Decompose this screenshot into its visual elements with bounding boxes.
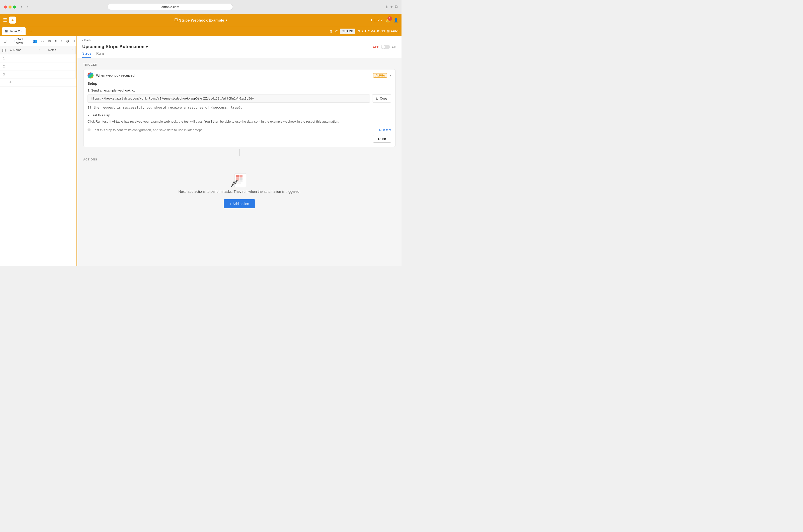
webhook-url-field[interactable]: https://hooks.airtable.com/workflows/v1/… (88, 95, 370, 102)
column-header-notes[interactable]: ≡ Notes ⋮ (43, 46, 76, 54)
trigger-name: When webhook received (96, 74, 371, 77)
tab-runs[interactable]: Runs (96, 51, 105, 58)
column-header-attachments[interactable]: 📎 Attachments ⋮ (76, 46, 76, 54)
table-row: 1 (0, 54, 76, 62)
sidebar-icon: ◫ (3, 39, 6, 43)
resize-handle[interactable]: ⋮ (38, 49, 41, 52)
svg-rect-6 (236, 183, 241, 184)
actions-illustration-graphic (229, 171, 249, 189)
cell-notes-1[interactable] (43, 54, 76, 62)
share-button[interactable]: SHARE (340, 28, 355, 34)
share-browser-icon[interactable]: ⬆ (385, 4, 389, 9)
cell-attach-3[interactable] (76, 71, 76, 78)
apps-icon: ⊞ (387, 29, 390, 33)
close-window-button[interactable] (4, 5, 7, 8)
toggle-knob (381, 45, 385, 49)
column-header-name[interactable]: A Name ⋮ (8, 46, 43, 54)
tab-bar-right: 🗑 ↺ SHARE ⚙ AUTOMATIONS ⊞ APPS (329, 28, 399, 34)
tab-bar: ⊞ Table 2 ▾ + 🗑 ↺ SHARE ⚙ AUTOMATIONS ⊞ … (0, 26, 401, 36)
main-content: ◫ ⊞ Grid view ⋯ 👥 ⊶ ⧉ (0, 36, 401, 266)
sort-button[interactable]: ↕ (59, 38, 64, 44)
toggle-area: OFF ON (373, 45, 396, 49)
automation-toggle[interactable] (381, 45, 390, 49)
alpha-badge: ALPHA (373, 73, 387, 78)
fullscreen-window-button[interactable] (13, 5, 16, 8)
actions-illustration: Next, add actions to perform tasks. They… (83, 164, 395, 213)
tabs-icon[interactable]: ⧉ (395, 4, 397, 9)
row-height-icon: ⇕ (73, 39, 76, 43)
add-row-button[interactable]: + (0, 78, 76, 87)
traffic-lights (4, 5, 16, 8)
add-action-button[interactable]: + Add action (224, 199, 255, 208)
title-dropdown-icon[interactable]: ▾ (146, 45, 148, 49)
group-button[interactable]: ≡ (53, 38, 58, 44)
automation-header: ‹ Back Upcoming Stripe Automation ▾ OFF … (77, 36, 401, 58)
back-chevron-icon: ‹ (82, 39, 83, 42)
text-field-icon: A (10, 49, 12, 52)
trigger-expand-icon[interactable]: ▾ (390, 74, 391, 77)
table-tab-active[interactable]: ⊞ Table 2 ▾ (2, 27, 25, 35)
grid-view-button[interactable]: ⊞ Grid view ⋯ (11, 36, 29, 46)
filter-icon: ⧉ (49, 39, 51, 43)
cell-attach-1[interactable] (76, 54, 76, 62)
automation-title-row: Upcoming Stripe Automation ▾ OFF ON (82, 43, 396, 50)
delete-icon[interactable]: 🗑 (329, 29, 333, 33)
back-nav-button[interactable]: ‹ (19, 3, 23, 11)
filter-button[interactable]: ⧉ (47, 38, 52, 44)
select-all-checkbox[interactable] (0, 46, 8, 54)
hide-fields-button[interactable]: ◫ (2, 38, 8, 44)
history-icon[interactable]: ↺ (335, 29, 338, 33)
test-status-dot (88, 128, 91, 131)
copy-button[interactable]: ⊔ Copy (372, 94, 391, 102)
help-button[interactable]: HELP ? (371, 18, 382, 22)
app: ☰ A ☐ Stripe Webhook Example ▾ HELP ? 🔔 … (0, 14, 401, 266)
back-button[interactable]: ‹ Back (82, 36, 396, 43)
automations-button[interactable]: ⚙ AUTOMATIONS (357, 29, 385, 33)
tab-chevron-icon: ▾ (21, 30, 23, 33)
cell-notes-2[interactable] (43, 62, 76, 71)
table-icon: ⊞ (5, 29, 8, 33)
apps-button[interactable]: ⊞ APPS (387, 29, 399, 33)
svg-point-8 (236, 179, 238, 181)
trigger-header[interactable]: When webhook received ALPHA ▾ (83, 70, 395, 81)
add-table-button[interactable]: + (27, 28, 35, 34)
user-avatar[interactable]: 👤 (393, 18, 398, 23)
hamburger-button[interactable]: ☰ (3, 17, 7, 23)
svg-rect-2 (240, 175, 243, 177)
success-text: If the request is successful, you should… (88, 106, 391, 109)
grid-icon: ⊞ (13, 39, 15, 43)
actions-section: ACTIONS (83, 158, 395, 213)
webhook-icon (88, 73, 94, 78)
cell-notes-3[interactable] (43, 71, 76, 78)
fields-button[interactable]: ⊶ (40, 38, 46, 44)
color-button[interactable]: ◑ (65, 38, 71, 44)
cell-name-1[interactable] (8, 54, 43, 62)
forward-nav-button[interactable]: › (25, 3, 30, 11)
actions-description: Next, add actions to perform tasks. They… (178, 189, 300, 194)
address-bar[interactable]: airtable.com (108, 4, 233, 10)
tab-steps[interactable]: Steps (82, 51, 91, 58)
row-number: 1 (0, 54, 8, 62)
collaborators-button[interactable]: 👥 (32, 38, 39, 44)
cell-attach-2[interactable] (76, 62, 76, 71)
resize-handle-notes[interactable]: ⋮ (71, 49, 74, 52)
row-height-button[interactable]: ⇕ (72, 38, 77, 44)
copy-icon: ⊔ (376, 96, 378, 100)
new-tab-icon[interactable]: + (390, 4, 393, 9)
done-button[interactable]: Done (373, 135, 391, 142)
notifications-button[interactable]: 🔔 2 (386, 18, 390, 23)
toggle-off-label: OFF (373, 45, 379, 49)
toggle-on-label: ON (392, 45, 396, 49)
grid-container: A Name ⋮ ≡ Notes ⋮ 📎 Attachments ⋮ (0, 46, 76, 266)
notes-field-icon: ≡ (45, 49, 46, 52)
cell-name-3[interactable] (8, 71, 43, 78)
minimize-window-button[interactable] (8, 5, 12, 8)
run-test-button[interactable]: Run test (379, 128, 391, 132)
trigger-card: When webhook received ALPHA ▾ Setup 1. S… (83, 69, 395, 147)
automation-title: Upcoming Stripe Automation ▾ (82, 44, 148, 50)
header-checkbox[interactable] (2, 49, 5, 52)
automation-tabs: Steps Runs (82, 50, 396, 58)
test-status-text: Test this step to confirm its configurat… (93, 128, 377, 132)
notification-count: 2 (388, 16, 392, 21)
cell-name-2[interactable] (8, 62, 43, 71)
